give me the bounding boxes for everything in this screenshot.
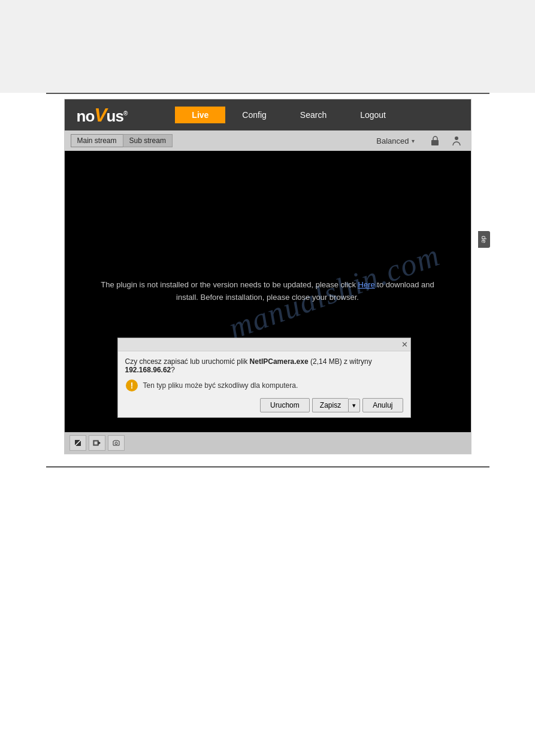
svg-point-9	[115, 442, 117, 445]
bottom-rule	[46, 466, 489, 467]
plugin-download-link[interactable]: Here	[358, 280, 375, 289]
dialog-anuluj-button[interactable]: Anuluj	[362, 398, 403, 412]
dialog-body: Czy chcesz zapisać lub uruchomić plik Ne…	[118, 351, 410, 417]
svg-marker-8	[98, 441, 101, 445]
dialog-question-suffix: ?	[171, 366, 175, 374]
svg-point-1	[455, 136, 458, 140]
dialog-question: Czy chcesz zapisać lub uruchomić plik Ne…	[125, 357, 403, 374]
camera-ui: de noVus® Live Config Search Logout Main…	[64, 99, 471, 454]
dialog-question-middle: (2,14 MB) z witryny	[309, 357, 372, 366]
ctrl-stop-btn[interactable]	[69, 435, 86, 451]
dialog-buttons: Uruchom Zapisz ▾ Anuluj	[125, 398, 403, 412]
dialog-close-button[interactable]: ✕	[401, 341, 408, 348]
dialog-zapisz-group: Zapisz ▾	[312, 398, 360, 412]
ctrl-snapshot-btn[interactable]	[108, 435, 125, 451]
lock-icon[interactable]	[427, 133, 443, 148]
nav-tab-search[interactable]: Search	[283, 107, 343, 123]
logo-trademark: ®	[123, 110, 127, 117]
dialog-uruchom-button[interactable]: Uruchom	[260, 398, 310, 412]
top-rule	[46, 93, 489, 94]
logo-v: V	[94, 104, 106, 126]
nav-tab-config[interactable]: Config	[225, 107, 283, 123]
dialog-url: 192.168.96.62	[125, 366, 171, 374]
main-stream-btn[interactable]: Main stream	[71, 134, 123, 147]
nav-tabs: Live Config Search Logout	[175, 107, 403, 123]
quality-arrow: ▾	[412, 138, 415, 144]
plugin-message: The plugin is not installed or the versi…	[94, 279, 442, 304]
header-bar: noVus® Live Config Search Logout	[65, 99, 471, 130]
download-dialog: ✕ Czy chcesz zapisać lub uruchomić plik …	[117, 338, 411, 418]
quality-select[interactable]: Balanced ▾	[376, 136, 414, 145]
side-tab-label: de	[480, 236, 488, 243]
novus-logo: noVus®	[77, 104, 128, 126]
sub-stream-btn[interactable]: Sub stream	[123, 134, 173, 147]
person-icon[interactable]	[448, 133, 465, 148]
controls-bar	[65, 432, 471, 454]
dialog-zapisz-button[interactable]: Zapisz	[312, 398, 348, 412]
nav-tab-live[interactable]: Live	[175, 107, 225, 123]
ctrl-record-btn[interactable]	[89, 435, 105, 451]
nav-tab-logout[interactable]: Logout	[343, 107, 403, 123]
logo-us: us	[107, 107, 123, 125]
dialog-filename: NetIPCamera.exe	[250, 357, 309, 366]
dialog-zapisz-arrow-button[interactable]: ▾	[348, 399, 360, 412]
svg-rect-7	[94, 441, 98, 445]
warning-shield-icon: !	[125, 379, 138, 392]
plugin-message-prefix: The plugin is not installed or the versi…	[101, 280, 356, 289]
quality-label: Balanced	[376, 136, 409, 145]
dialog-warning-row: ! Ten typ pliku może być szkodliwy dla k…	[125, 379, 403, 392]
dialog-warning-text: Ten typ pliku może być szkodliwy dla kom…	[143, 381, 298, 390]
stream-icons	[427, 133, 465, 148]
svg-rect-0	[431, 140, 439, 145]
svg-text:!: !	[130, 381, 133, 390]
dialog-title-bar: ✕	[118, 338, 410, 351]
side-tab[interactable]: de	[478, 231, 490, 248]
logo-no: no	[77, 107, 95, 125]
stream-bar: Main stream Sub stream Balanced ▾	[65, 130, 471, 151]
dialog-question-prefix: Czy chcesz zapisać lub uruchomić plik	[125, 357, 250, 366]
